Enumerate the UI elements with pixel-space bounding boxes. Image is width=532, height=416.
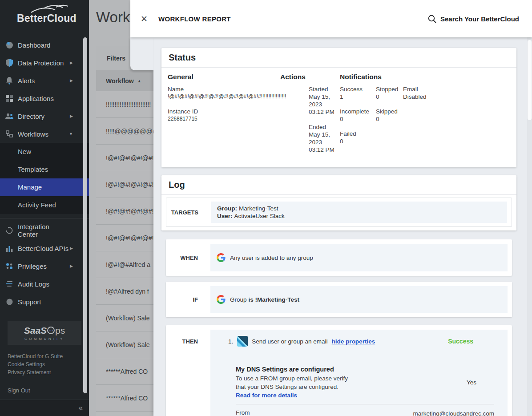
saasops-community-label: COMMUNITY	[24, 337, 64, 341]
global-search[interactable]: Search Your BetterCloud	[428, 15, 519, 23]
counter-value: 0	[376, 115, 403, 123]
sidebar-item-label: Audit Logs	[18, 280, 49, 288]
read-more-details-link[interactable]: Read for more details	[236, 392, 297, 399]
action-status-badge: Success	[448, 338, 473, 345]
collapse-sidebar-icon[interactable]: «	[79, 404, 83, 412]
status-notifications-section: Notifications Success1 Incomplete0 Faile…	[340, 73, 513, 85]
modal-scrollbar[interactable]	[527, 37, 532, 416]
sidebar-item-label: Directory	[18, 113, 44, 120]
sync-icon	[5, 226, 13, 234]
notifications-column: Success1 Incomplete0 Failed0	[340, 85, 375, 152]
status-heading: Status	[161, 48, 516, 68]
chevron-right-icon: ▶	[70, 61, 73, 65]
counter-value: 0	[340, 137, 375, 145]
sidebar-item-data-protection[interactable]: Data Protection ▶	[0, 54, 89, 72]
counter-value: 0	[340, 115, 375, 123]
when-content: Any user is added to any group	[210, 244, 508, 271]
started-label: Started	[309, 85, 338, 93]
workflow-branch-icon	[5, 130, 13, 138]
modal-title: WORKFLOW REPORT	[158, 15, 231, 23]
sign-out-link[interactable]: Sign Out	[8, 387, 30, 394]
submenu-item-new[interactable]: New	[0, 143, 89, 161]
sidebar-item-bettercloud-apis[interactable]: BetterCloud APIs ▶	[0, 239, 89, 257]
counter-label: Stopped	[376, 85, 403, 93]
chevron-right-icon: ▶	[70, 78, 73, 83]
people-icon	[5, 112, 13, 120]
workflows-submenu: New Templates Manage Activity Feed	[0, 143, 89, 214]
close-icon[interactable]: ✕	[136, 14, 152, 24]
bettercloud-logo[interactable]: BetterCloud	[17, 12, 77, 24]
status-card: Status General Name !@#!@#!@#!@#!@#!@#!@…	[161, 48, 516, 167]
sidebar-item-label: Workflows	[18, 130, 48, 138]
hide-properties-link[interactable]: hide properties	[332, 338, 375, 345]
started-value: May 15, 2023 03:12 PM	[309, 93, 338, 116]
dns-settings-heading: My DNS Settings are configured	[236, 366, 334, 373]
link-bettercloud-for-gsuite[interactable]: BetterCloud for G Suite	[8, 352, 63, 360]
search-icon	[428, 15, 436, 23]
sidebar-item-label: Support	[18, 298, 41, 306]
submenu-item-manage[interactable]: Manage	[0, 178, 89, 196]
user-value: ActivateUser Slack	[234, 213, 285, 219]
dns-settings-description: To use a FROM group email, please verify…	[236, 374, 351, 400]
sidebar-item-audit-logs[interactable]: Audit Logs	[0, 275, 89, 293]
log-lines-icon	[5, 280, 13, 288]
app-root: BetterCloud Dashboard Data Protection ▶	[0, 0, 532, 416]
link-privacy-statement[interactable]: Privacy Statement	[8, 368, 63, 376]
saasops-text-ps: ps	[55, 326, 65, 335]
notifications-column: Stopped0 Skipped0	[376, 85, 403, 130]
counter-label: Success	[340, 85, 375, 93]
support-circle-icon	[5, 298, 13, 306]
if-content: Groupis !Marketing-Test	[210, 286, 508, 313]
step-number: 1.	[228, 338, 233, 345]
modal-scrollbar-thumb[interactable]	[528, 40, 532, 120]
log-card: Log TARGETS Group:Marketing-Test User:Ac…	[161, 175, 516, 230]
chevron-right-icon: ▶	[70, 264, 73, 268]
sidebar-item-workflows[interactable]: Workflows ▼	[0, 125, 89, 143]
sidebar-item-dashboard[interactable]: Dashboard	[0, 36, 89, 54]
action-text: Send user or group an email	[252, 338, 327, 345]
counter-value: 0	[376, 93, 403, 101]
then-card: THEN 1. Send user or group an email hide…	[166, 325, 512, 416]
saasops-text-saas: SaaS	[24, 326, 47, 335]
chevron-right-icon: ▶	[70, 246, 73, 250]
saasops-community-logo[interactable]: SaaSps COMMUNITY	[8, 321, 81, 345]
when-card: WHEN Any user is added to any group	[166, 239, 512, 276]
sidebar-item-support[interactable]: Support	[0, 293, 89, 311]
sidebar-item-label: Alerts	[18, 77, 35, 85]
chevron-right-icon: ▶	[70, 114, 73, 118]
counter-value: 1	[340, 93, 375, 101]
sidebar-item-label: BetterCloud APIs	[18, 245, 69, 252]
google-icon	[217, 295, 226, 304]
sidebar-item-label: Privileges	[18, 263, 47, 270]
submenu-item-activity-feed[interactable]: Activity Feed	[0, 196, 89, 214]
sidebar-scrollbar[interactable]	[83, 37, 87, 393]
saasops-wordmark: SaaSps	[24, 326, 65, 335]
bettercloud-cloud-icon	[30, 4, 70, 13]
bell-icon	[5, 77, 13, 85]
link-cookie-settings[interactable]: Cookie Settings	[8, 360, 63, 368]
sidebar-divider	[0, 218, 89, 218]
sidebar-item-alerts[interactable]: Alerts ▶	[0, 72, 89, 89]
sidebar-footer-links: BetterCloud for G Suite Cookie Settings …	[8, 352, 63, 376]
sidebar-item-directory[interactable]: Directory ▶	[0, 107, 89, 125]
when-label: WHEN	[166, 239, 198, 276]
targets-section: TARGETS Group:Marketing-Test User:Activa…	[166, 198, 512, 227]
notifications-heading: Notifications	[340, 73, 513, 81]
sidebar-item-privileges[interactable]: Privileges ▶	[0, 257, 89, 275]
then-step-row: 1. Send user or group an email hide prop…	[228, 336, 375, 347]
from-value: marketing@cloudsandrec.com	[413, 410, 494, 416]
workflow-report-body: Status General Name !@#!@#!@#!@#!@#!@#!@…	[153, 37, 532, 416]
dashboard-icon	[5, 41, 13, 49]
dots-grid-icon	[5, 262, 13, 270]
ended-value: May 15, 2023 03:12 PM	[309, 131, 338, 153]
notifications-column: EmailDisabled	[403, 85, 443, 108]
targets-content: Group:Marketing-Test User:ActivateUser S…	[211, 202, 507, 223]
counter-label: Incomplete	[340, 108, 375, 115]
sidebar-item-applications[interactable]: Applications	[0, 89, 89, 107]
shield-icon	[5, 59, 13, 67]
sidebar-item-integration-center[interactable]: Integration Center	[0, 222, 89, 239]
status-actions-section: Actions Started May 15, 2023 03:12 PM En…	[280, 73, 338, 153]
targets-label: TARGETS	[166, 198, 198, 226]
user-label: User:	[217, 213, 233, 219]
submenu-item-templates[interactable]: Templates	[0, 161, 89, 178]
